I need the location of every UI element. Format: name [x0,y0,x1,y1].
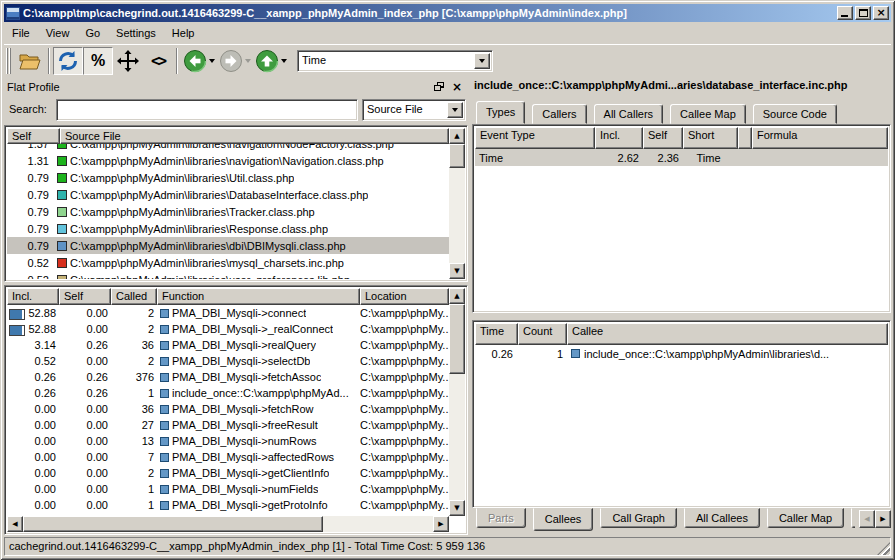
close-button[interactable]: × [873,6,889,20]
function-row[interactable]: 0.000.0036PMA_DBI_Mysqli->fetchRowC:\xam… [7,401,449,417]
file-row[interactable]: 1.31C:\xampp\phpMyAdmin\libraries\naviga… [7,152,449,169]
expand-areas-button[interactable] [113,47,143,75]
function-row[interactable]: 0.000.002PMA_DBI_Mysqli->getClientInfoC:… [7,465,449,481]
incl-value: 0.52 [35,355,56,367]
up-dropdown-icon[interactable] [281,59,287,66]
scroll-thumb[interactable] [23,516,323,532]
file-list-vscrollbar[interactable]: ▲ ▼ [449,128,465,279]
back-button[interactable] [181,48,208,75]
column-header-source-file[interactable]: Source File [60,128,449,144]
file-row[interactable]: 0.79C:\xampp\phpMyAdmin\libraries\Respon… [7,220,449,237]
menu-help[interactable]: Help [164,25,203,42]
function-row[interactable]: 52.880.002PMA_DBI_Mysqli->_realConnectC:… [7,321,449,337]
function-list-hscrollbar[interactable]: ◀ ▶ [7,516,449,532]
function-row[interactable]: 0.000.0027PMA_DBI_Mysqli->freeResultC:\x… [7,417,449,433]
tab-parts[interactable]: Parts [476,508,526,528]
function-row[interactable]: 0.000.001PMA_DBI_Mysqli->numFieldsC:\xam… [7,481,449,497]
file-row[interactable]: 0.79C:\xampp\phpMyAdmin\libraries\dbi\DB… [7,237,449,254]
grouping-combobox[interactable]: Source File [362,99,466,121]
tab-all-callers[interactable]: All Callers [594,104,664,124]
column-header-spacer[interactable] [738,127,752,149]
close-icon: × [452,82,462,92]
column-header-called[interactable]: Called [111,288,157,305]
function-row[interactable]: 0.520.002PMA_DBI_Mysqli->selectDbC:\xamp… [7,353,449,369]
percentage-toggle-button[interactable]: % [83,47,113,75]
incl-value: 2.62 [595,152,639,164]
scroll-up-button[interactable]: ▲ [449,288,465,304]
tab-all-callees[interactable]: All Callees [684,508,760,528]
file-row[interactable]: 0.79C:\xampp\phpMyAdmin\libraries\Tracke… [7,203,449,220]
function-row[interactable]: 0.260.26376PMA_DBI_Mysqli->fetchAssocC:\… [7,369,449,385]
file-row[interactable]: 1.37C:\xampp\phpMyAdmin\libraries\naviga… [7,144,449,152]
function-row[interactable]: 0.260.261include_once::C:\xampp\phpMyAd.… [7,385,449,401]
scroll-down-button[interactable]: ▼ [449,500,465,516]
tab-types[interactable]: Types [476,101,525,124]
cycle-relative-button[interactable] [53,47,83,75]
tab-scroll-left-button[interactable]: ◀ [859,510,875,528]
file-row[interactable]: 0.79C:\xampp\phpMyAdmin\libraries\Databa… [7,186,449,203]
column-header-formula[interactable]: Formula [752,127,888,149]
file-row[interactable]: 0.52C:\xampp\phpMyAdmin\libraries\user_p… [7,271,449,279]
title-bar[interactable]: C:\xampp\tmp\cachegrind.out.1416463299-C… [4,4,891,22]
column-header-self[interactable]: Self [643,127,683,149]
tab-source-code[interactable]: Source Code [753,104,837,124]
column-header-function[interactable]: Function [157,288,360,305]
function-list-vscrollbar[interactable]: ▲ ▼ [449,288,465,516]
grouping-dropdown-button[interactable] [447,102,463,118]
scroll-down-button[interactable]: ▼ [449,263,465,279]
relative-to-parent-button[interactable]: <> [143,47,173,75]
tab-caller-map[interactable]: Caller Map [767,508,844,528]
function-row[interactable]: 0.000.001PMA_DBI_Mysqli->getProtoInfoC:\… [7,497,449,513]
column-header-location[interactable]: Location [360,288,449,305]
cost-bar-icon [9,309,25,320]
scroll-thumb[interactable] [449,304,465,374]
menu-view[interactable]: View [38,25,78,42]
column-header-count[interactable]: Count [518,323,567,345]
back-dropdown-icon[interactable] [209,59,215,66]
file-row[interactable]: 0.52C:\xampp\phpMyAdmin\libraries\mysql_… [7,254,449,271]
tab-callee-map[interactable]: Callee Map [670,104,746,124]
scroll-up-button[interactable]: ▲ [449,128,465,144]
column-header-event-type[interactable]: Event Type [475,127,595,149]
function-row[interactable]: 3.140.2636PMA_DBI_Mysqli->realQueryC:\xa… [7,337,449,353]
column-header-time[interactable]: Time [475,323,518,345]
forward-button[interactable] [217,48,244,75]
event-type-dropdown-button[interactable] [474,53,490,69]
event-types-header: Event Type Incl. Self Short Formula [475,127,888,149]
column-header-callee[interactable]: Callee [567,323,888,345]
file-row[interactable]: 0.79C:\xampp\phpMyAdmin\libraries\Util.c… [7,169,449,186]
function-row[interactable]: 52.880.002PMA_DBI_Mysqli->connectC:\xamp… [7,305,449,321]
function-row[interactable]: 0.000.007PMA_DBI_Mysqli->affectedRowsC:\… [7,449,449,465]
event-type-combobox[interactable]: Time [297,50,493,72]
minimize-button[interactable] [837,6,853,20]
function-row[interactable]: 0.000.0013PMA_DBI_Mysqli->numRowsC:\xamp… [7,433,449,449]
menu-go[interactable]: Go [77,25,108,42]
float-panel-button[interactable] [432,80,446,93]
up-button[interactable] [253,48,280,75]
called-count: 7 [111,451,157,463]
toolbar-handle[interactable] [6,48,13,74]
search-input[interactable] [56,99,358,121]
column-header-incl[interactable]: Incl. [595,127,643,149]
forward-dropdown-icon[interactable] [245,59,251,66]
scroll-left-button[interactable]: ◀ [7,516,23,532]
scroll-right-button[interactable]: ▶ [433,516,449,532]
tab-callees[interactable]: Callees [533,508,594,531]
column-header-short[interactable]: Short [683,127,738,149]
tab-scroll-right-button[interactable]: ▶ [875,510,891,528]
open-file-button[interactable] [15,47,45,75]
scroll-thumb[interactable] [449,144,465,168]
column-header-incl[interactable]: Incl. [7,288,59,305]
close-panel-button[interactable]: × [450,80,464,93]
tab-callers[interactable]: Callers [532,104,586,124]
maximize-button[interactable] [855,6,871,20]
callee-row[interactable]: 0.26 1 include_once::C:\xampp\phpMyAdmin… [475,345,888,362]
column-header-self[interactable]: Self [59,288,111,305]
tab-machine[interactable]: Machine [851,508,855,528]
called-count: 2 [111,323,157,335]
event-type-row[interactable]: Time 2.62 2.36 Time [475,149,888,166]
column-header-self[interactable]: Self [7,128,60,144]
menu-file[interactable]: File [4,25,38,42]
tab-call-graph[interactable]: Call Graph [600,508,677,528]
menu-settings[interactable]: Settings [108,25,164,42]
